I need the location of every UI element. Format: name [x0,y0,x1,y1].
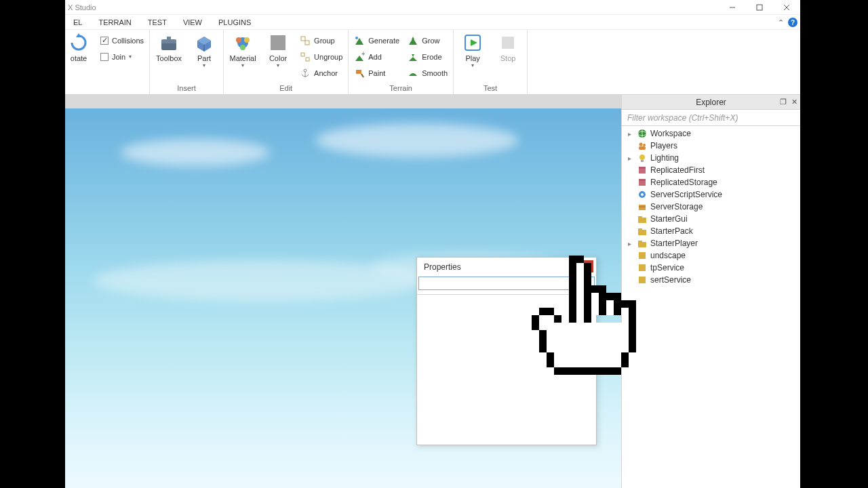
tree-item[interactable]: Players [622,140,800,152]
minimize-button[interactable] [719,0,746,15]
box-icon [637,177,648,188]
explorer-title: Explorer [696,98,726,107]
tree-item[interactable]: ▸Workspace [622,127,800,140]
explorer-undock-icon[interactable]: ❐ [778,98,788,107]
titlebar: X Studio [65,0,800,15]
svg-marker-31 [412,54,414,57]
paint-icon [354,68,365,79]
color-icon [268,33,288,53]
part-button[interactable]: Part ▾ [191,33,218,68]
tree-item[interactable]: StarterGui [622,213,800,225]
anchor-button[interactable]: Anchor [300,66,342,80]
explorer-panel: Explorer ❐ ✕ ▸WorkspacePlayers▸LightingR… [621,95,800,488]
tree-item[interactable]: ReplicatedStorage [622,176,800,188]
svg-rect-45 [639,180,646,186]
tree-item-label: StarterPack [650,226,693,236]
tab-view[interactable]: VIEW [175,15,210,30]
tree-expander-icon[interactable]: ▸ [625,130,634,138]
edit-group-label: Edit [229,83,342,94]
properties-filter-input[interactable] [418,277,595,290]
svg-line-3 [784,5,789,10]
generate-icon [354,35,365,46]
anchor-label: Anchor [314,69,338,77]
svg-rect-58 [639,264,646,271]
join-toggle[interactable]: Join ▾ [100,50,144,64]
erode-button[interactable]: Erode [408,50,448,64]
tree-item-label: Lighting [650,153,679,163]
tab-plugins[interactable]: PLUGINS [210,15,259,30]
insert-group-label: Insert [155,83,218,94]
svg-point-12 [236,37,241,43]
close-button[interactable] [773,0,800,15]
tree-item[interactable]: ▸StarterPlayer [622,237,800,249]
explorer-filter-input[interactable] [622,110,800,126]
rotate-icon [68,33,89,53]
properties-close-button[interactable]: ✕ [580,260,593,272]
tree-item-label: ReplicatedFirst [650,165,705,175]
maximize-button[interactable] [746,0,773,15]
color-button[interactable]: Color ▾ [264,33,292,68]
collapse-ribbon-icon[interactable]: ⌃ [778,18,784,27]
tree-item[interactable]: tpService [622,262,800,274]
tree-expander-icon[interactable]: ▸ [625,155,634,162]
paint-button[interactable]: Paint [354,66,399,80]
anchor-icon [300,68,311,79]
tree-item[interactable]: ServerScriptService [622,188,800,201]
play-label: Play [465,54,479,62]
collisions-toggle[interactable]: ✓ Collisions [100,34,144,47]
svg-rect-15 [271,35,285,50]
generate-button[interactable]: Generate [354,34,399,47]
svg-rect-44 [639,167,646,169]
ungroup-button[interactable]: Ungroup [300,50,342,64]
toolbox-button[interactable]: Toolbox [155,33,182,62]
grow-icon [408,35,418,46]
tree-item-label: sertService [650,275,691,285]
svg-rect-1 [757,5,762,10]
help-icon[interactable]: ? [788,18,797,27]
explorer-tree[interactable]: ▸WorkspacePlayers▸LightingReplicatedFirs… [622,126,800,488]
tree-item-label: tpService [650,263,684,272]
tree-item[interactable]: undscape [622,249,800,262]
grow-button[interactable]: Grow [408,34,448,47]
svg-point-41 [639,155,645,160]
material-button[interactable]: Material ▾ [229,33,256,68]
folder-icon [637,226,648,237]
properties-window[interactable]: Properties ✕ [416,257,597,445]
explorer-close-icon[interactable]: ✕ [789,98,799,107]
test-group-label: Test [459,83,521,94]
bulb-icon [637,152,648,163]
explorer-header[interactable]: Explorer ❐ ✕ [622,95,800,110]
properties-titlebar[interactable]: Properties ✕ [417,258,596,277]
group-button[interactable]: Group [300,34,342,47]
note-icon [637,262,648,273]
tree-item[interactable]: ServerStorage [622,201,800,213]
tab-model[interactable]: EL [65,15,90,30]
tree-item[interactable]: StarterPack [622,225,800,237]
smooth-button[interactable]: Smooth [408,66,448,80]
play-button[interactable]: Play ▾ [459,33,486,68]
svg-rect-19 [306,58,309,61]
svg-marker-33 [471,39,477,46]
tree-expander-icon[interactable]: ▸ [625,240,634,247]
tree-item[interactable]: ReplicatedFirst [622,164,800,176]
note-icon [637,274,648,285]
tree-item-label: ServerStorage [650,202,703,211]
grow-label: Grow [422,37,439,45]
add-label: Add [368,53,382,61]
group-icon [300,35,311,46]
tab-terrain[interactable]: TERRAIN [90,15,139,30]
tree-item[interactable]: ▸Lighting [622,152,800,164]
svg-line-27 [361,74,363,77]
tree-item-label: Workspace [650,129,691,138]
tab-test[interactable]: TEST [140,15,175,30]
svg-point-48 [641,193,644,196]
stop-button[interactable]: Stop [494,33,521,62]
folder-icon [637,214,648,224]
rotate-button[interactable]: otate [65,33,92,62]
part-icon [194,33,214,53]
stop-label: Stop [500,54,516,62]
add-button[interactable]: + Add [354,50,399,64]
tree-item[interactable]: sertService [622,274,800,286]
tree-item-label: StarterPlayer [650,239,698,248]
svg-point-14 [240,45,245,50]
